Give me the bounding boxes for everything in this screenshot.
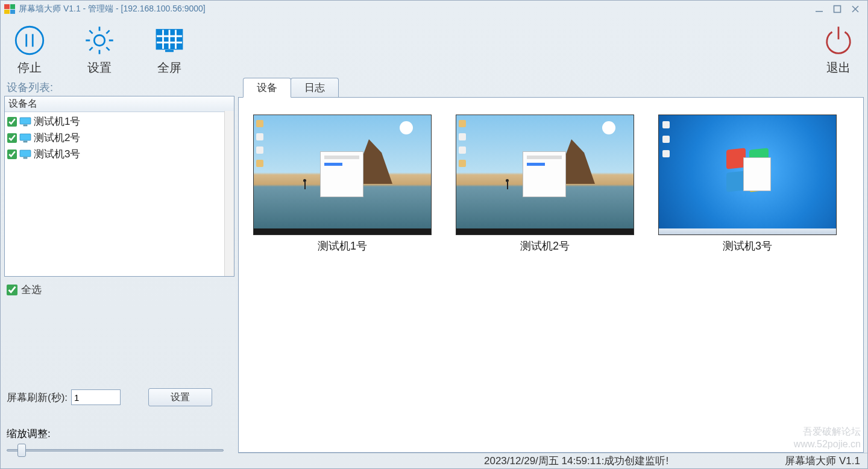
- zoom-slider[interactable]: [7, 444, 224, 456]
- svg-rect-1: [834, 6, 841, 13]
- stop-button[interactable]: 停止: [13, 24, 46, 76]
- sidebar: 设备列表: 设备名 测试机1号 测试机2号: [1, 79, 238, 468]
- pause-icon: [13, 24, 46, 57]
- device-list: 设备名 测试机1号 测试机2号 测试机3号: [4, 96, 234, 277]
- refresh-set-button[interactable]: 设置: [148, 388, 212, 406]
- stop-label: 停止: [17, 60, 42, 76]
- svg-rect-18: [20, 134, 31, 140]
- device-name: 测试机2号: [34, 131, 80, 145]
- titlebar: 屏幕墙大师 V1.1 - 管理端 - [192.168.100.56:9000]: [1, 1, 867, 17]
- device-checkbox[interactable]: [7, 133, 17, 143]
- device-checkbox[interactable]: [7, 150, 17, 159]
- select-all-checkbox[interactable]: [7, 285, 17, 295]
- thumbnail-cell[interactable]: 测试机3号: [658, 115, 837, 253]
- thumbnail-grid: 测试机1号 测试机2号 测试机3号: [238, 97, 864, 453]
- window-controls: [814, 4, 864, 14]
- device-checkbox[interactable]: [7, 117, 17, 127]
- fullscreen-button[interactable]: 全屏: [153, 24, 186, 76]
- main-toolbar: 停止 设置 全屏 退出: [1, 17, 867, 79]
- zoom-label: 缩放调整:: [4, 418, 234, 444]
- power-icon: [822, 24, 855, 57]
- thumbnail-label: 测试机3号: [723, 239, 772, 253]
- app-window: 屏幕墙大师 V1.1 - 管理端 - [192.168.100.56:9000]…: [0, 0, 868, 469]
- svg-point-4: [16, 27, 43, 54]
- thumbnail-cell[interactable]: 测试机1号: [253, 115, 432, 253]
- device-thumbnail[interactable]: [658, 115, 837, 235]
- monitor-icon: [19, 117, 31, 127]
- thumbnail-label: 测试机2号: [520, 239, 570, 253]
- close-icon[interactable]: [851, 4, 860, 14]
- device-thumbnail[interactable]: [253, 115, 432, 235]
- settings-label: 设置: [87, 60, 112, 76]
- device-row[interactable]: 测试机1号: [6, 113, 233, 130]
- status-appname: 屏幕墙大师 V1.1: [785, 454, 864, 468]
- fullscreen-label: 全屏: [157, 60, 181, 76]
- grid-icon: [153, 24, 186, 57]
- monitor-icon: [19, 150, 31, 159]
- svg-rect-21: [24, 157, 27, 159]
- svg-point-7: [94, 35, 105, 46]
- tab-bar: 设备 日志: [238, 79, 867, 97]
- svg-rect-19: [24, 141, 27, 142]
- statusbar: 2023/12/29/周五 14:59:11:成功创建监听! 屏幕墙大师 V1.…: [238, 453, 867, 468]
- app-logo-icon: [4, 4, 15, 14]
- gear-icon: [83, 24, 116, 57]
- tab-logs[interactable]: 日志: [291, 78, 339, 97]
- svg-rect-16: [20, 118, 31, 124]
- tab-devices[interactable]: 设备: [243, 78, 291, 98]
- minimize-icon[interactable]: [814, 4, 824, 14]
- svg-rect-20: [20, 150, 31, 157]
- device-list-title: 设备列表:: [4, 79, 234, 96]
- device-row[interactable]: 测试机2号: [6, 130, 233, 146]
- select-all-row: 全选: [4, 277, 234, 303]
- refresh-input[interactable]: [71, 389, 121, 405]
- refresh-row: 屏幕刷新(秒): 设置: [4, 386, 234, 418]
- maximize-icon[interactable]: [832, 4, 842, 14]
- body: 设备列表: 设备名 测试机1号 测试机2号: [1, 79, 867, 468]
- device-list-scrollbar[interactable]: [224, 111, 234, 276]
- svg-rect-17: [24, 125, 27, 126]
- device-name: 测试机3号: [34, 147, 80, 161]
- device-row[interactable]: 测试机3号: [6, 146, 233, 162]
- settings-button[interactable]: 设置: [83, 24, 116, 76]
- device-name: 测试机1号: [34, 115, 80, 128]
- device-list-header: 设备名: [5, 96, 234, 112]
- svg-rect-14: [165, 49, 174, 52]
- monitor-icon: [19, 133, 31, 143]
- window-title: 屏幕墙大师 V1.1 - 管理端 - [192.168.100.56:9000]: [19, 4, 206, 14]
- device-list-body: 测试机1号 测试机2号 测试机3号: [5, 112, 234, 163]
- select-all-label: 全选: [21, 283, 42, 297]
- exit-button[interactable]: 退出: [822, 24, 855, 76]
- exit-label: 退出: [826, 60, 851, 76]
- device-thumbnail[interactable]: [456, 115, 634, 235]
- status-message: 2023/12/29/周五 14:59:11:成功创建监听!: [479, 454, 785, 468]
- thumbnail-cell[interactable]: 测试机2号: [456, 115, 634, 253]
- thumbnail-label: 测试机1号: [318, 239, 367, 253]
- main-area: 设备 日志 测试机1号: [238, 79, 867, 468]
- refresh-label: 屏幕刷新(秒):: [7, 391, 68, 404]
